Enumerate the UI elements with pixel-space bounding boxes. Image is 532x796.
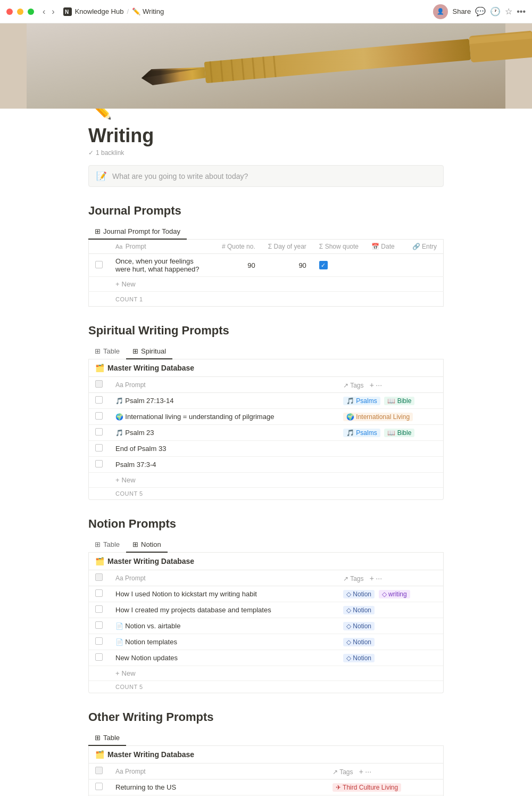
other-section: Other Writing Prompts ⊞ Table 🗂️ Master …: [88, 710, 444, 796]
row-checkbox[interactable]: [95, 261, 103, 268]
o-checkbox-1[interactable]: [95, 783, 103, 790]
n-row-1[interactable]: How I used Notion to kickstart my writin…: [89, 586, 443, 602]
notion-new-button[interactable]: + New: [115, 669, 437, 677]
s-row-1[interactable]: 🎵 Psalm 27:13-14 🎵 Psalms 📖 Bible: [89, 393, 443, 409]
n-row-3[interactable]: 📄 Notion vs. airtable ◇ Notion: [89, 618, 443, 634]
journal-count-row: COUNT 1: [89, 292, 444, 307]
other-table-header: Aa Prompt ↗ Tags + ···: [89, 764, 443, 779]
clock-icon[interactable]: 🕐: [490, 6, 501, 17]
other-db-icon: 🗂️: [95, 750, 104, 759]
n-checkbox-1[interactable]: [95, 589, 103, 597]
tab-spiritual-spiritual[interactable]: ⊞ Spiritual: [126, 344, 172, 359]
journal-row-1[interactable]: Once, when your feelings were hurt, what…: [89, 254, 444, 277]
s-checkbox-3[interactable]: [95, 428, 103, 436]
breadcrumb-current[interactable]: Writing: [143, 7, 164, 15]
header-checkbox[interactable]: [95, 380, 103, 388]
forward-button[interactable]: ›: [49, 6, 56, 18]
n-row-5[interactable]: New Notion updates ◇ Notion: [89, 650, 443, 666]
journal-section: Journal Prompts ⊞ Journal Prompt for Tod…: [88, 204, 444, 307]
breadcrumb-current-wrapper: ✏️ Writing: [132, 7, 164, 15]
back-button[interactable]: ‹: [40, 6, 47, 18]
tag-psalms-3: 🎵 Psalms: [343, 429, 380, 437]
backlink[interactable]: ✓ 1 backlink: [88, 149, 444, 157]
tab-notion-notion[interactable]: ⊞ Notion: [126, 537, 168, 553]
s-checkbox-5[interactable]: [95, 460, 103, 467]
spiritual-new-button[interactable]: + New: [115, 476, 437, 484]
tab-other-table[interactable]: ⊞ Table: [88, 731, 126, 746]
row-quote-no-cell: 90: [215, 254, 262, 277]
breadcrumb-parent[interactable]: Knowledge Hub: [75, 7, 124, 15]
add-column-icon-o[interactable]: +: [359, 767, 363, 776]
spiritual-tab-icon: ⊞: [132, 347, 138, 355]
show-quote-checkbox[interactable]: ✓: [319, 261, 328, 269]
s-new-cell: + New: [109, 473, 443, 488]
minimize-dot[interactable]: [17, 9, 23, 15]
maximize-dot[interactable]: [28, 9, 34, 15]
s-row-3[interactable]: 🎵 Psalm 23 🎵 Psalms 📖 Bible: [89, 425, 443, 441]
n-checkbox-2[interactable]: [95, 605, 103, 613]
share-button[interactable]: Share: [452, 7, 471, 15]
tab-journal-prompt-for-today[interactable]: ⊞ Journal Prompt for Today: [88, 224, 187, 240]
add-column-icon-n[interactable]: +: [370, 574, 374, 582]
s-checkbox-4[interactable]: [95, 444, 103, 452]
sigma-icon: Σ: [268, 243, 274, 250]
s-count-cell: COUNT 5: [109, 488, 443, 500]
journal-new-button[interactable]: + New: [115, 280, 437, 288]
s-count-check: [89, 488, 109, 500]
n-checkbox-4[interactable]: [95, 637, 103, 645]
n-tags-3: ◇ Notion: [337, 618, 443, 634]
more-columns-icon-n[interactable]: ···: [376, 574, 382, 582]
th-n-prompt: Aa Prompt: [109, 570, 337, 586]
notion-tab-icon: ⊞: [132, 540, 138, 548]
close-dot[interactable]: [6, 9, 13, 15]
star-icon[interactable]: ☆: [505, 6, 512, 17]
th-day-of-year: Σ Day of year: [262, 240, 313, 254]
row-prompt-cell: Once, when your feelings were hurt, what…: [109, 254, 215, 277]
n-tags-5: ◇ Notion: [337, 650, 443, 666]
s-tags-4: [337, 441, 443, 457]
callout-box[interactable]: 📝 What are you going to write about toda…: [88, 165, 444, 187]
s-row-5[interactable]: Psalm 37:3-4: [89, 457, 443, 473]
s-checkbox-1[interactable]: [95, 396, 103, 404]
notion-db-icon: 🗂️: [95, 557, 104, 565]
comment-icon[interactable]: 💬: [475, 6, 486, 17]
psalms-icon-1: 🎵: [115, 397, 125, 405]
n-checkbox-5[interactable]: [95, 653, 103, 661]
spiritual-db-title: Master Writing Database: [107, 364, 194, 372]
notion-db-table: Aa Prompt ↗ Tags + ···: [89, 570, 443, 693]
s-row-2[interactable]: 🌍 International living = understanding o…: [89, 409, 443, 425]
tag-tcl-1: ✈ Third Culture Living: [332, 783, 401, 792]
count-cell: COUNT 1: [109, 292, 444, 307]
add-column-icon[interactable]: +: [370, 381, 374, 389]
th-n-check: [89, 570, 109, 586]
o-header-checkbox[interactable]: [95, 767, 103, 774]
th-prompt: Aa Prompt: [109, 240, 215, 254]
more-columns-icon-o[interactable]: ···: [365, 767, 371, 776]
spiritual-tabs: ⊞ Table ⊞ Spiritual: [88, 344, 444, 359]
journal-table: Aa Prompt # Quote no. Σ Day of year: [88, 240, 444, 307]
s-prompt-3: 🎵 Psalm 23: [109, 425, 337, 441]
s-prompt-5: Psalm 37:3-4: [109, 457, 337, 473]
s-check-1: [89, 393, 109, 409]
n-count-cell: COUNT 5: [109, 681, 443, 693]
n-prompt-4: 📄 Notion templates: [109, 634, 337, 650]
n-row-2[interactable]: How I created my projects database and t…: [89, 602, 443, 618]
notion-logo-icon: N: [63, 7, 72, 16]
more-columns-icon[interactable]: ···: [376, 381, 382, 389]
notion-tabs: ⊞ Table ⊞ Notion: [88, 537, 444, 553]
s-new-row: + New: [89, 473, 443, 488]
more-options-icon[interactable]: •••: [517, 7, 526, 17]
o-row-1[interactable]: Returning to the US ✈ Third Culture Livi…: [89, 779, 443, 795]
n-header-checkbox[interactable]: [95, 573, 103, 581]
s-checkbox-2[interactable]: [95, 412, 103, 420]
n-row-4[interactable]: 📄 Notion templates ◇ Notion: [89, 634, 443, 650]
doc-icon-3: 📄: [115, 622, 125, 630]
table-icon-small: ⊞: [95, 227, 101, 235]
n-new-row: + New: [89, 666, 443, 681]
nav-buttons: ‹ ›: [40, 6, 57, 18]
tab-spiritual-table[interactable]: ⊞ Table: [88, 344, 126, 359]
tab-notion-table[interactable]: ⊞ Table: [88, 537, 126, 553]
s-row-4[interactable]: End of Psalm 33: [89, 441, 443, 457]
callout-text: What are you going to write about today?: [112, 172, 248, 180]
n-checkbox-3[interactable]: [95, 621, 103, 629]
